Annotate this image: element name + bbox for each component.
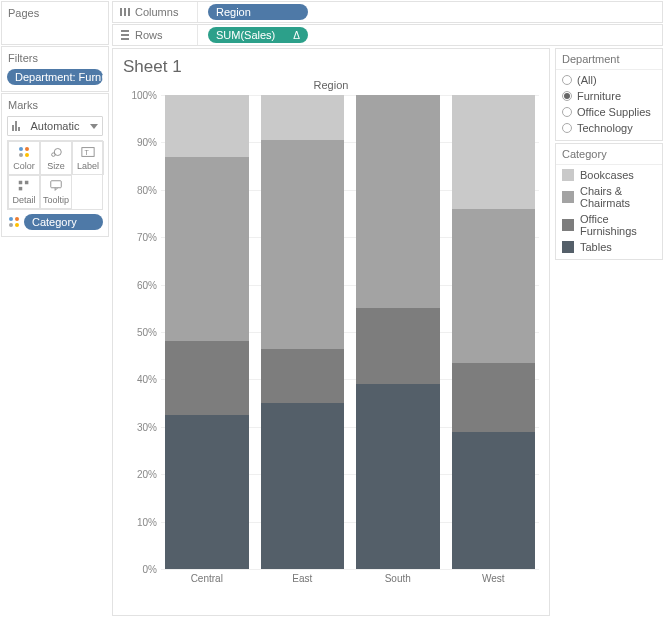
svg-point-1 bbox=[54, 149, 61, 156]
x-tick-label: Central bbox=[165, 573, 249, 584]
bar-segment[interactable] bbox=[261, 349, 345, 404]
bar-segment[interactable] bbox=[452, 209, 536, 363]
table-calc-icon: Δ bbox=[293, 30, 300, 41]
x-tick-label: East bbox=[261, 573, 345, 584]
bar-segment[interactable] bbox=[261, 140, 345, 349]
department-option[interactable]: Office Supplies bbox=[556, 104, 662, 120]
marks-label-button[interactable]: T Label bbox=[72, 141, 104, 175]
sheet-title[interactable]: Sheet 1 bbox=[113, 49, 549, 79]
rows-shelf[interactable]: Rows SUM(Sales) Δ bbox=[112, 24, 663, 46]
y-tick-label: 100% bbox=[127, 90, 157, 101]
department-filter-card: Department (All)FurnitureOffice Supplies… bbox=[555, 48, 663, 141]
legend-swatch bbox=[562, 241, 574, 253]
y-tick-label: 50% bbox=[127, 327, 157, 338]
y-tick-label: 20% bbox=[127, 469, 157, 480]
filter-pill-department[interactable]: Department: Furnitu... bbox=[7, 69, 103, 85]
legend-item[interactable]: Office Furnishings bbox=[556, 211, 662, 239]
marks-empty-cell bbox=[72, 175, 104, 209]
bar-segment[interactable] bbox=[356, 95, 440, 308]
department-option[interactable]: Furniture bbox=[556, 88, 662, 104]
worksheet-view: Sheet 1 Region % of Total Sales 0%10%20%… bbox=[112, 48, 550, 616]
bar-east[interactable] bbox=[261, 95, 345, 569]
marks-card: Marks Automatic Color bbox=[1, 93, 109, 237]
bar-segment[interactable] bbox=[261, 95, 345, 140]
marks-tooltip-button[interactable]: Tooltip bbox=[40, 175, 72, 209]
columns-pill-text: Region bbox=[216, 6, 251, 18]
svg-rect-6 bbox=[19, 187, 23, 191]
y-tick-label: 90% bbox=[127, 137, 157, 148]
bar-segment[interactable] bbox=[356, 308, 440, 384]
department-option[interactable]: (All) bbox=[556, 72, 662, 88]
y-tick-label: 0% bbox=[127, 564, 157, 575]
bar-segment[interactable] bbox=[165, 95, 249, 157]
y-tick-label: 30% bbox=[127, 421, 157, 432]
marks-detail-button[interactable]: Detail bbox=[8, 175, 40, 209]
bar-segment[interactable] bbox=[452, 95, 536, 209]
marks-label: Marks bbox=[2, 94, 108, 116]
category-legend-card: Category BookcasesChairs & ChairmatsOffi… bbox=[555, 143, 663, 260]
marks-color-pill-category[interactable]: Category bbox=[24, 214, 103, 230]
columns-label: Columns bbox=[135, 6, 178, 18]
bars-container bbox=[161, 95, 539, 569]
marks-buttons: Color Size T Label Detail bbox=[7, 140, 103, 210]
filters-label: Filters bbox=[2, 47, 108, 69]
department-option-label: Technology bbox=[577, 122, 633, 134]
category-legend-title: Category bbox=[556, 144, 662, 165]
legend-swatch bbox=[562, 191, 574, 203]
rows-label: Rows bbox=[135, 29, 163, 41]
bar-segment[interactable] bbox=[165, 341, 249, 414]
legend-label: Chairs & Chairmats bbox=[580, 185, 656, 209]
legend-label: Tables bbox=[580, 241, 612, 253]
marks-type-select[interactable]: Automatic bbox=[7, 116, 103, 136]
chevron-down-icon bbox=[90, 124, 98, 129]
bar-central[interactable] bbox=[165, 95, 249, 569]
bar-segment[interactable] bbox=[356, 384, 440, 569]
bar-segment[interactable] bbox=[165, 157, 249, 342]
svg-rect-5 bbox=[25, 181, 29, 185]
plot-area[interactable]: 0%10%20%30%40%50%60%70%80%90%100% bbox=[161, 95, 539, 569]
size-icon bbox=[49, 145, 63, 159]
marks-size-button[interactable]: Size bbox=[40, 141, 72, 175]
gridline bbox=[161, 569, 539, 570]
axis-title-top: Region bbox=[113, 79, 549, 95]
legend-item[interactable]: Tables bbox=[556, 239, 662, 255]
bar-segment[interactable] bbox=[452, 432, 536, 569]
bar-segment[interactable] bbox=[261, 403, 345, 569]
svg-rect-9 bbox=[124, 8, 126, 16]
y-tick-label: 80% bbox=[127, 184, 157, 195]
rows-pill-sum-sales[interactable]: SUM(Sales) Δ bbox=[208, 27, 308, 43]
svg-rect-7 bbox=[51, 181, 62, 188]
label-icon: T bbox=[81, 145, 95, 159]
svg-text:T: T bbox=[85, 149, 90, 156]
color-icon bbox=[17, 145, 31, 159]
bar-south[interactable] bbox=[356, 95, 440, 569]
marks-label-label: Label bbox=[77, 161, 99, 171]
svg-rect-11 bbox=[121, 30, 129, 32]
marks-detail-label: Detail bbox=[12, 195, 35, 205]
pages-shelf[interactable]: Pages bbox=[1, 1, 109, 45]
filters-shelf[interactable]: Filters Department: Furnitu... bbox=[1, 46, 109, 92]
marks-size-label: Size bbox=[47, 161, 65, 171]
legend-swatch bbox=[562, 169, 574, 181]
x-axis-labels: CentralEastSouthWest bbox=[113, 569, 539, 584]
marks-type-value: Automatic bbox=[31, 120, 80, 132]
legend-label: Office Furnishings bbox=[580, 213, 656, 237]
columns-shelf[interactable]: Columns Region bbox=[112, 1, 663, 23]
department-option-label: Furniture bbox=[577, 90, 621, 102]
legend-item[interactable]: Bookcases bbox=[556, 167, 662, 183]
marks-color-button[interactable]: Color bbox=[8, 141, 40, 175]
y-tick-label: 10% bbox=[127, 516, 157, 527]
legend-item[interactable]: Chairs & Chairmats bbox=[556, 183, 662, 211]
x-tick-label: South bbox=[356, 573, 440, 584]
rows-pill-text: SUM(Sales) bbox=[216, 29, 275, 41]
bar-segment[interactable] bbox=[452, 363, 536, 432]
columns-pill-region[interactable]: Region bbox=[208, 4, 308, 20]
columns-icon bbox=[119, 6, 131, 18]
color-icon bbox=[7, 215, 21, 229]
radio-icon bbox=[562, 123, 572, 133]
bar-west[interactable] bbox=[452, 95, 536, 569]
department-option[interactable]: Technology bbox=[556, 120, 662, 136]
bar-segment[interactable] bbox=[165, 415, 249, 569]
radio-icon bbox=[562, 91, 572, 101]
x-tick-label: West bbox=[452, 573, 536, 584]
